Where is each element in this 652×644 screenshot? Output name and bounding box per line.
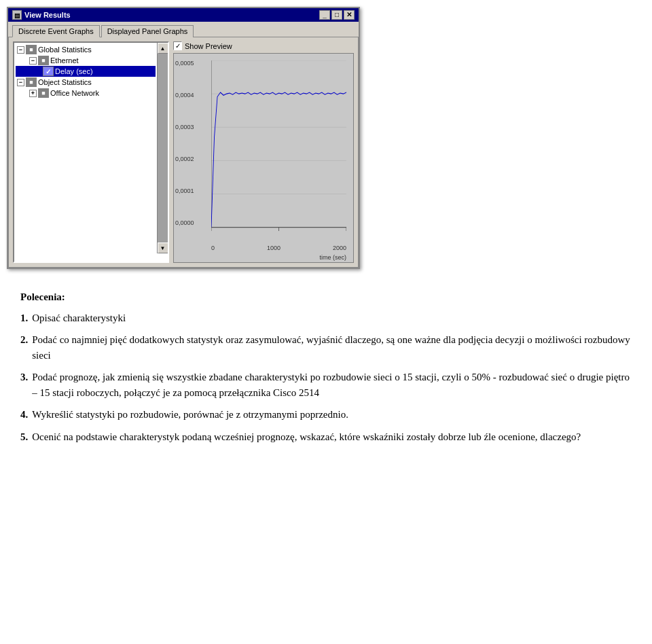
item-number-3: 3.	[20, 370, 28, 400]
item-number-1: 1.	[20, 310, 28, 326]
right-panel: ✓ Show Preview 0,0005 0,0004 0,0003 0,00…	[173, 41, 354, 263]
x-label-2000: 2000	[333, 245, 346, 251]
item-text-3: Podać prognozę, jak zmienią się wszystki…	[32, 370, 632, 400]
tree-icon-ethernet: ■	[38, 56, 49, 65]
chart-container: 0,0005 0,0004 0,0003 0,0002 0,0001 0,000…	[173, 53, 354, 263]
page-content: Polecenia: 1. Opisać charakterystyki 2. …	[0, 276, 652, 465]
tab-discrete-event-graphs[interactable]: Discrete Event Graphs	[12, 25, 100, 37]
tree-toggle-global[interactable]: −	[17, 46, 24, 54]
y-label-0: 0,0000	[175, 220, 194, 226]
item-text-4: Wykreślić statystyki po rozbudowie, poró…	[32, 407, 348, 423]
show-preview-row: ✓ Show Preview	[173, 41, 354, 50]
tree-scroll-area: − ■ Global Statistics − ■ Ethernet	[14, 43, 168, 253]
tree-item-object[interactable]: − ■ Object Statistics	[16, 77, 156, 88]
chart-x-labels: 0 1000 2000	[211, 245, 346, 251]
title-bar-left: ▤ View Results	[12, 10, 71, 20]
tree-toggle-office[interactable]: +	[29, 90, 37, 97]
tree-label-delay: Delay (sec)	[55, 67, 93, 75]
chart-x-axis-label: time (sec)	[319, 254, 346, 261]
minimize-button[interactable]: _	[319, 10, 330, 20]
scroll-track[interactable]	[158, 54, 168, 243]
tree-icon-object: ■	[26, 77, 37, 87]
instruction-item-3: 3. Podać prognozę, jak zmienią się wszys…	[20, 370, 632, 400]
scroll-up-button[interactable]: ▲	[158, 43, 168, 54]
x-label-1000: 1000	[267, 245, 280, 251]
item-number-5: 5.	[20, 429, 28, 445]
window-icon: ▤	[12, 10, 22, 20]
y-label-4: 0,0004	[175, 92, 194, 99]
svg-rect-0	[211, 60, 346, 228]
title-bar: ▤ View Results _ □ ✕	[8, 8, 359, 22]
tree-item-delay[interactable]: ✓ Delay (sec)	[16, 66, 156, 77]
instruction-item-5: 5. Ocenić na podstawie charakterystyk po…	[20, 429, 632, 445]
item-text-2: Podać co najmniej pięć dodatkowych staty…	[32, 332, 632, 363]
instruction-item-2: 2. Podać co najmniej pięć dodatkowych st…	[20, 332, 632, 363]
x-label-0: 0	[211, 245, 215, 251]
tabs-bar: Discrete Event Graphs Displayed Panel Gr…	[8, 22, 359, 37]
item-number-4: 4.	[20, 407, 28, 423]
instruction-item-4: 4. Wykreślić statystyki po rozbudowie, p…	[20, 407, 632, 423]
tree-panel: − ■ Global Statistics − ■ Ethernet	[13, 41, 169, 263]
tree-scrollbar: ▲ ▼	[157, 43, 168, 253]
maximize-button[interactable]: □	[331, 10, 342, 20]
tree-item-global[interactable]: − ■ Global Statistics	[16, 44, 156, 55]
tree-label-global: Global Statistics	[38, 46, 92, 54]
y-label-5: 0,0005	[175, 60, 194, 67]
view-results-window: ▤ View Results _ □ ✕ Discrete Event Grap…	[7, 7, 360, 269]
show-preview-label: Show Preview	[185, 42, 232, 50]
tree-label-office: Office Network	[50, 89, 99, 97]
tree-item-office[interactable]: + ■ Office Network	[16, 88, 156, 99]
tree-label-ethernet: Ethernet	[50, 56, 79, 65]
window-content: − ■ Global Statistics − ■ Ethernet	[8, 37, 359, 268]
y-label-3: 0,0003	[175, 124, 194, 130]
y-label-1: 0,0001	[175, 188, 194, 194]
tree-icon-global: ■	[26, 45, 37, 54]
instruction-item-1: 1. Opisać charakterystyki	[20, 310, 632, 326]
title-controls: _ □ ✕	[319, 10, 355, 20]
item-text-1: Opisać charakterystyki	[32, 310, 126, 326]
tree-label-object: Object Statistics	[38, 78, 92, 86]
tree-icon-office: ■	[38, 88, 49, 98]
show-preview-checkbox[interactable]: ✓	[173, 41, 182, 50]
close-button[interactable]: ✕	[344, 10, 355, 20]
item-text-5: Ocenić na podstawie charakterystyk podan…	[32, 429, 581, 445]
window-title: View Results	[24, 11, 71, 19]
tree-icon-delay: ✓	[43, 67, 54, 76]
tree-toggle-ethernet[interactable]: −	[29, 57, 37, 65]
tree-inner: − ■ Global Statistics − ■ Ethernet	[14, 43, 157, 100]
instructions-title: Polecenia:	[20, 289, 632, 305]
chart-svg	[211, 60, 346, 242]
chart-y-axis: 0,0005 0,0004 0,0003 0,0002 0,0001 0,000…	[175, 60, 194, 226]
tree-toggle-object[interactable]: −	[17, 79, 24, 86]
tab-displayed-panel-graphs[interactable]: Displayed Panel Graphs	[101, 25, 194, 37]
y-label-2: 0,0002	[175, 156, 194, 162]
scroll-down-button[interactable]: ▼	[158, 243, 168, 253]
tree-item-ethernet[interactable]: − ■ Ethernet	[16, 55, 156, 66]
item-number-2: 2.	[20, 332, 28, 363]
